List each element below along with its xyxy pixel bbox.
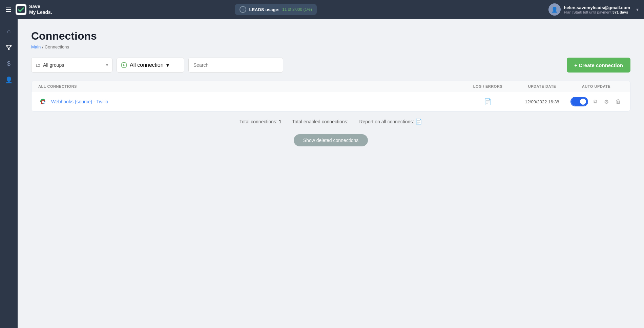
toggle-thumb [580, 99, 586, 105]
report-icon[interactable]: 📄 [415, 119, 422, 124]
breadcrumb-sep: / [42, 44, 43, 49]
total-connections: Total connections: 1 [240, 119, 282, 124]
main-layout: ⌂ $ 👤 Connections Main / Connections 🗂 A… [0, 19, 644, 328]
toolbar: 🗂 All groups ▾ All connection ▾ + Create… [31, 58, 630, 73]
toggle-track [571, 98, 587, 106]
col-auto-update: AUTO UPDATE [569, 84, 623, 88]
col-log: LOG / ERRORS [461, 84, 515, 88]
sidebar-item-connections[interactable] [2, 41, 16, 54]
search-input[interactable] [193, 62, 278, 68]
svg-line-4 [7, 46, 9, 49]
leads-usage-badge: i LEADS usage: 11 of 2'000 (1%) [235, 4, 316, 15]
user-info: helen.savemyleads@gmail.com Plan |Start|… [564, 5, 630, 14]
top-nav: ☰ Save My Leads. i LEADS usage: 11 of 2'… [0, 0, 644, 19]
log-document-icon: 📄 [484, 98, 492, 105]
avatar: 👤 [548, 3, 561, 16]
connection-filter-dropdown[interactable]: All connection ▾ [117, 58, 184, 73]
leads-count: 11 of 2'000 (1%) [282, 7, 312, 12]
update-date-cell: 12/09/2022 16:38 [515, 99, 569, 104]
user-area: 👤 helen.savemyleads@gmail.com Plan |Star… [548, 3, 639, 16]
total-enabled-connections: Total enabled connections: [292, 119, 349, 124]
svg-point-3 [8, 48, 9, 49]
svg-line-5 [9, 46, 11, 49]
user-plan: Plan |Start| left until payment 371 days [564, 10, 630, 14]
hamburger-icon[interactable]: ☰ [5, 5, 12, 14]
sidebar-item-account[interactable]: 👤 [2, 73, 16, 87]
user-email: helen.savemyleads@gmail.com [564, 5, 630, 10]
sidebar: ⌂ $ 👤 [0, 19, 18, 328]
webhook-icon [38, 97, 48, 106]
chevron-down-icon: ▾ [166, 62, 169, 68]
col-all-connections: ALL CONNECTIONS [38, 84, 461, 88]
connection-filter-label: All connection [130, 62, 164, 68]
page-title: Connections [31, 30, 630, 42]
connection-status-icon [121, 62, 127, 68]
auto-update-cell: ⧉ ⚙ 🗑 [569, 97, 623, 106]
folder-icon: 🗂 [36, 62, 40, 68]
show-deleted-button[interactable]: Show deleted connections [294, 134, 368, 146]
log-icon-cell[interactable]: 📄 [461, 98, 515, 105]
sidebar-item-home[interactable]: ⌂ [2, 24, 16, 38]
leads-label: LEADS usage: [249, 7, 279, 12]
groups-dropdown[interactable]: 🗂 All groups ▾ [31, 58, 112, 73]
sidebar-item-billing[interactable]: $ [2, 57, 16, 70]
logo-area: Save My Leads. [16, 4, 52, 15]
col-update-date: UPDATE DATE [515, 84, 569, 88]
connection-link[interactable]: Webhooks (source) - Twilio [51, 99, 108, 104]
groups-label: All groups [43, 62, 103, 68]
search-box[interactable] [188, 58, 283, 73]
delete-button[interactable]: 🗑 [614, 97, 622, 106]
report-on-all-connections: Report on all connections: 📄 [359, 118, 422, 125]
info-icon: i [240, 6, 246, 13]
table-header: ALL CONNECTIONS LOG / ERRORS UPDATE DATE… [32, 81, 630, 92]
create-connection-button[interactable]: + Create connection [567, 58, 630, 73]
table-row: Webhooks (source) - Twilio 📄 12/09/2022 … [32, 92, 630, 111]
breadcrumb: Main / Connections [31, 44, 630, 49]
connection-name-cell: Webhooks (source) - Twilio [38, 97, 461, 106]
breadcrumb-main[interactable]: Main [31, 44, 41, 49]
chevron-down-icon: ▾ [106, 63, 108, 67]
toggle-switch[interactable] [570, 97, 588, 106]
main-content: Connections Main / Connections 🗂 All gro… [18, 19, 644, 328]
logo-text: Save My Leads. [29, 4, 52, 15]
chevron-down-icon[interactable]: ▾ [636, 7, 639, 12]
logo-icon [16, 4, 26, 15]
connections-table: ALL CONNECTIONS LOG / ERRORS UPDATE DATE… [31, 81, 630, 111]
copy-button[interactable]: ⧉ [592, 97, 599, 106]
summary-row: Total connections: 1 Total enabled conne… [31, 111, 630, 131]
settings-button[interactable]: ⚙ [603, 97, 610, 106]
breadcrumb-current: Connections [45, 44, 69, 49]
